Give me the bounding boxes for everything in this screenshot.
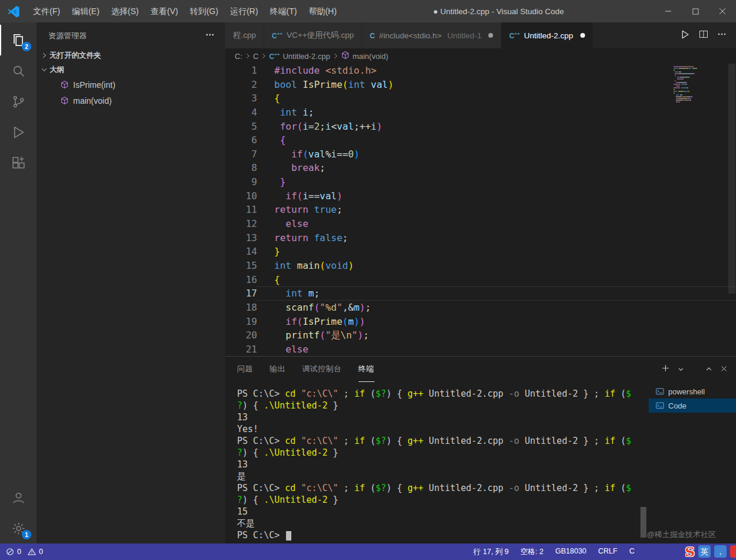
menu-item-1[interactable]: 编辑(E) [66,0,106,22]
warnings-icon [28,548,36,556]
problems-status[interactable]: 0 0 [6,548,43,556]
code-text: if(IsPrime(m)) [257,315,736,329]
menu-item-0[interactable]: 文件(F) [27,0,66,22]
status-bar-right: 行 17, 列 9空格: 2GB18030CRLFC [474,547,635,557]
line-number: 9 [225,175,257,189]
breadcrumb-item-3[interactable]: main(void) [341,51,389,61]
run-debug-icon[interactable] [0,117,37,147]
section-outline[interactable]: 大纲 [37,62,225,77]
menu-bar: 文件(F)编辑(E)选择(S)查看(V)转到(G)运行(R)终端(T)帮助(H) [27,0,343,22]
panel-tab-0[interactable]: 问题 [237,357,253,382]
terminal-line: PS C:\C> cd "c:\C\" ; if ($?) { g++ Unti… [237,388,649,400]
editor-tab-3[interactable]: C++Untitled-2.cpp [501,22,593,48]
status-item-0[interactable]: 行 17, 列 9 [474,547,509,557]
panel-tab-1[interactable]: 输出 [270,357,285,382]
close-button[interactable] [709,0,736,22]
terminal-dropdown-icon[interactable] [678,364,684,375]
editor-scrollbar[interactable] [728,64,736,356]
search-icon[interactable] [0,55,37,86]
ime-toolbar[interactable]: S 英 ， [685,543,736,559]
menu-item-5[interactable]: 运行(R) [224,0,264,22]
terminal-icon [656,387,664,396]
menu-item-3[interactable]: 查看(V) [144,0,184,22]
status-item-4[interactable]: C [629,547,635,557]
extensions-icon[interactable] [0,147,37,178]
status-item-3[interactable]: CRLF [598,547,617,557]
code-text: int m; [257,286,736,301]
minimize-button[interactable] [655,0,682,22]
outline-item-1[interactable]: main(void) [37,93,225,108]
account-icon[interactable] [0,482,37,513]
terminal[interactable]: PS C:\C> cd "c:\C\" ; if ($?) { g++ Unti… [225,382,649,543]
panel-body: PS C:\C> cd "c:\C\" ; if ($?) { g++ Unti… [225,382,736,543]
code-text: { [257,133,736,147]
split-editor-icon[interactable] [699,29,708,41]
modified-dot-icon[interactable] [488,33,493,38]
code-line: 6 { [225,133,736,147]
terminal-list-item-1[interactable]: Code [649,398,736,413]
more-actions-icon[interactable] [717,29,727,41]
new-terminal-button[interactable] [661,364,670,375]
line-number: 18 [225,301,257,315]
code-line: 14} [225,245,736,259]
terminal-line: PS C:\C> [237,529,649,541]
menu-item-7[interactable]: 帮助(H) [303,0,342,22]
menu-item-2[interactable]: 选择(S) [106,0,145,22]
terminal-line: PS C:\C> cd "c:\C\" ; if ($?) { g++ Unti… [237,435,649,447]
ime-language-toggle[interactable]: 英 [698,545,711,558]
editor-tab-2[interactable]: C#include<stdio.h>Untitled-1 [362,22,501,48]
scrollbar-thumb[interactable] [728,64,735,294]
outline-list: IsPrime(int)main(void) [37,77,225,108]
line-number: 1 [225,64,257,78]
window-controls [655,0,736,22]
status-item-2[interactable]: GB18030 [555,547,586,557]
code-text: return false; [257,231,736,245]
breadcrumb-label: Untitled-2.cpp [282,52,330,61]
terminal-line: Yes! [237,423,649,435]
ime-more-icon[interactable] [730,545,736,558]
code-editor[interactable]: 1#include <stdio.h>2bool IsPrime(int val… [225,64,736,356]
maximize-button[interactable] [682,0,709,22]
breadcrumb-item-1[interactable]: C [253,52,258,61]
editor-tab-0[interactable]: 程.cpp [225,22,264,48]
section-no-folder[interactable]: 无打开的文件夹 [37,48,225,62]
breadcrumb-item-2[interactable]: C++Untitled-2.cpp [269,52,330,61]
close-panel-icon[interactable] [720,364,728,375]
terminal-scrollbar[interactable] [640,507,646,538]
code-lines: 1#include <stdio.h>2bool IsPrime(int val… [225,64,736,356]
terminal-label: Code [668,401,686,410]
run-button[interactable] [680,29,690,42]
cpp-file-icon: C++ [272,31,282,40]
breadcrumb-label: main(void) [353,52,389,61]
outline-item-0[interactable]: IsPrime(int) [37,77,225,93]
explorer-icon[interactable]: 2 [0,25,37,55]
tab-label: Untitled-2.cpp [524,31,573,40]
status-item-1[interactable]: 空格: 2 [521,547,544,557]
source-control-icon[interactable] [0,86,37,117]
editor-tab-1[interactable]: C++VC++使用代码.cpp [264,22,362,48]
code-text: bool IsPrime(int val) [257,78,736,92]
maximize-panel-icon[interactable] [705,364,712,375]
menu-item-4[interactable]: 转到(G) [184,0,224,22]
settings-gear-icon[interactable]: 1 [0,513,37,543]
line-number: 17 [225,286,257,301]
menu-item-6[interactable]: 终端(T) [264,0,303,22]
panel-tab-3[interactable]: 终端 [359,357,374,382]
tab-label: #include<stdio.h> [379,31,442,40]
terminal-list-item-0[interactable]: powershell [649,384,736,398]
panel-tab-2[interactable]: 调试控制台 [302,357,342,382]
more-actions-icon[interactable] [205,30,215,41]
activity-bar: 2 1 [0,22,37,543]
sogou-logo-icon[interactable]: S [685,543,695,559]
breadcrumb-item-0[interactable]: C: [235,52,242,61]
modified-dot-icon[interactable] [580,33,585,38]
minimap[interactable] [673,66,725,103]
code-text: #include <stdio.h> [257,64,736,78]
line-number: 5 [225,120,257,134]
panel-header: 问题输出调试控制台终端 [225,357,736,382]
code-line: 18 scanf("%d",&m); [225,301,736,315]
ime-punctuation-toggle[interactable]: ， [714,545,727,558]
code-line: 19 if(IsPrime(m)) [225,315,736,329]
terminal-line: 不是 [237,518,649,529]
line-number: 15 [225,259,257,273]
